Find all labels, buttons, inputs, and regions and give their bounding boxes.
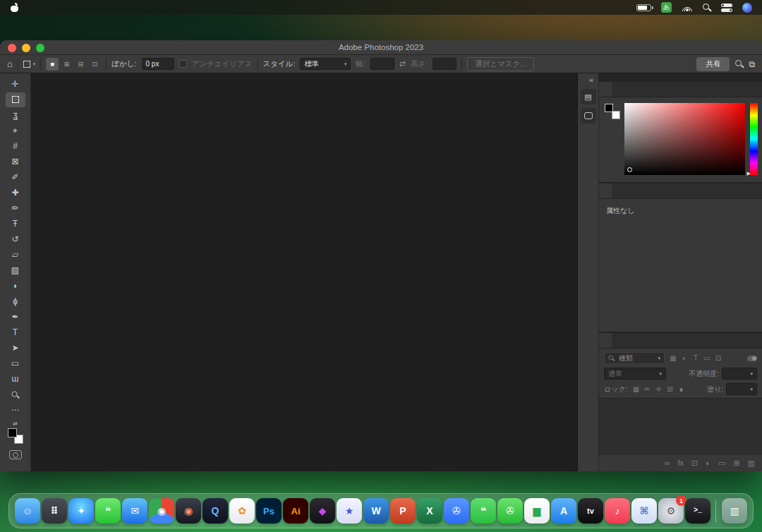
path-selection-tool[interactable]: ➤: [6, 341, 25, 356]
lock-image-pixels-icon[interactable]: ✏: [641, 384, 653, 394]
tab-adjustments[interactable]: [612, 183, 624, 198]
dock-tv[interactable]: tv: [578, 498, 603, 524]
layer-filter-toggle[interactable]: [747, 356, 757, 361]
object-selection-tool[interactable]: ⌖: [6, 123, 25, 138]
dock-zoom[interactable]: ✇: [444, 498, 469, 524]
lasso-tool[interactable]: ʓ: [6, 108, 25, 123]
antialias-checkbox[interactable]: [179, 60, 187, 68]
dock-music[interactable]: ♪: [605, 498, 630, 524]
width-input[interactable]: [370, 58, 394, 70]
link-layers-icon[interactable]: ∞: [665, 459, 670, 467]
filter-shape-layers-icon[interactable]: ▭: [701, 353, 713, 363]
dock-numbers[interactable]: ▆: [524, 498, 550, 524]
dock-messages[interactable]: ❝: [95, 498, 121, 524]
fill-input[interactable]: ▾: [726, 383, 757, 395]
wifi-icon[interactable]: [682, 4, 692, 11]
delete-layer-icon[interactable]: ▥: [748, 459, 755, 468]
quick-mask-button[interactable]: [9, 450, 22, 459]
lock-position-icon[interactable]: ✛: [653, 384, 664, 394]
pen-tool[interactable]: ✒: [6, 310, 25, 325]
rectangle-tool[interactable]: ▭: [6, 356, 25, 371]
dock-finder[interactable]: ☺: [15, 498, 40, 524]
canvas-area[interactable]: [31, 73, 578, 471]
lock-artboard-icon[interactable]: ⊞: [664, 384, 675, 394]
new-layer-icon[interactable]: ⊞: [733, 459, 739, 468]
hue-slider[interactable]: [750, 103, 758, 175]
zoom-tool[interactable]: [6, 387, 25, 402]
move-tool[interactable]: ✛: [6, 77, 25, 92]
healing-brush-tool[interactable]: ✚: [6, 186, 25, 200]
dock-powerpoint[interactable]: P: [390, 498, 416, 524]
tab-channels[interactable]: [612, 333, 624, 348]
foreground-background-swatches[interactable]: [8, 428, 23, 444]
tab-swatches[interactable]: [612, 82, 624, 97]
history-brush-tool[interactable]: ↺: [6, 232, 25, 247]
dock-photoshop[interactable]: Ps: [256, 498, 282, 524]
tab-color[interactable]: [599, 82, 612, 97]
adjustment-layer-icon[interactable]: ◐: [706, 459, 710, 467]
new-selection-mode[interactable]: ■: [46, 58, 59, 71]
search-icon[interactable]: [734, 59, 744, 68]
swap-width-height-icon[interactable]: ⇄: [399, 59, 406, 68]
comments-panel-icon[interactable]: [581, 108, 596, 123]
rectangular-marquee-tool[interactable]: [6, 92, 25, 107]
swap-colors-icon[interactable]: ⇄: [13, 421, 18, 427]
tab-cc-libraries[interactable]: [624, 183, 637, 198]
history-panel-icon[interactable]: ▤: [581, 89, 596, 104]
brush-tool[interactable]: ✏: [6, 201, 25, 216]
filter-adjustment-layers-icon[interactable]: ◐: [679, 353, 690, 363]
eyedropper-tool[interactable]: ✐: [6, 170, 25, 185]
blur-tool[interactable]: ◗: [6, 279, 25, 294]
dock-trash[interactable]: ▥: [722, 498, 747, 524]
filter-type-layers-icon[interactable]: T: [690, 353, 701, 363]
filter-pixel-layers-icon[interactable]: ▦: [667, 353, 679, 363]
home-icon[interactable]: ⌂: [7, 59, 13, 69]
layers-list[interactable]: [599, 398, 762, 454]
add-to-selection-mode[interactable]: ⊞: [60, 58, 73, 71]
lock-all-icon[interactable]: ∎: [675, 384, 687, 394]
eraser-tool[interactable]: ▱: [6, 248, 25, 262]
blend-mode-dropdown[interactable]: 通常 ▾: [604, 368, 666, 380]
frame-tool[interactable]: ⊠: [6, 155, 25, 169]
feather-input[interactable]: 0 px: [142, 58, 174, 70]
collapse-panels-icon[interactable]: «: [589, 75, 593, 84]
fullscreen-button[interactable]: [36, 44, 44, 52]
dock-safari[interactable]: ✦: [68, 498, 94, 524]
hand-tool[interactable]: ɯ: [6, 372, 25, 387]
layer-mask-icon[interactable]: ⊡: [691, 459, 698, 468]
dock-line[interactable]: ❝: [471, 498, 496, 524]
dock-facetime[interactable]: ✇: [497, 498, 523, 524]
clone-stamp-tool[interactable]: Ŧ: [6, 217, 25, 231]
height-input[interactable]: [433, 58, 456, 70]
tab-properties[interactable]: [599, 183, 612, 198]
share-button[interactable]: 共有: [696, 57, 730, 71]
dock-launchpad[interactable]: ⠿: [42, 498, 67, 524]
arrange-documents-icon[interactable]: ⧉: [749, 59, 755, 69]
crop-tool[interactable]: #: [6, 139, 25, 154]
lock-transparent-pixels-icon[interactable]: ▦: [630, 384, 641, 394]
window-titlebar[interactable]: Adobe Photoshop 2023: [0, 40, 762, 55]
battery-icon[interactable]: [636, 4, 651, 11]
control-center-icon[interactable]: [721, 4, 732, 12]
dock-excel[interactable]: X: [417, 498, 442, 524]
layer-effects-icon[interactable]: fx: [678, 459, 684, 467]
dock-terminal[interactable]: >_: [685, 498, 710, 524]
dock-illustrator[interactable]: Ai: [283, 498, 308, 524]
dock-photos[interactable]: ✿: [229, 498, 255, 524]
dock-chrome[interactable]: ◉: [149, 498, 174, 524]
tool-preset-picker[interactable]: ▾: [23, 61, 36, 68]
dock-photo-booth[interactable]: ◉: [176, 498, 201, 524]
dock-settings[interactable]: ⚙ 1: [658, 498, 684, 524]
dock-final-cut-pro[interactable]: ◆: [310, 498, 335, 524]
dock-app-store[interactable]: A: [551, 498, 576, 524]
minimize-button[interactable]: [22, 44, 30, 52]
dock-star-app[interactable]: ★: [337, 498, 362, 524]
dock-mail[interactable]: ✉: [122, 498, 147, 524]
style-dropdown[interactable]: 標準 ▾: [300, 58, 351, 70]
spotlight-search-icon[interactable]: [702, 3, 711, 12]
panel-color-swatches[interactable]: [605, 104, 620, 119]
tab-patterns[interactable]: [637, 82, 650, 97]
dock-quicktime[interactable]: Q: [202, 498, 228, 524]
tab-layers[interactable]: [599, 333, 612, 348]
dock-word[interactable]: W: [363, 498, 389, 524]
